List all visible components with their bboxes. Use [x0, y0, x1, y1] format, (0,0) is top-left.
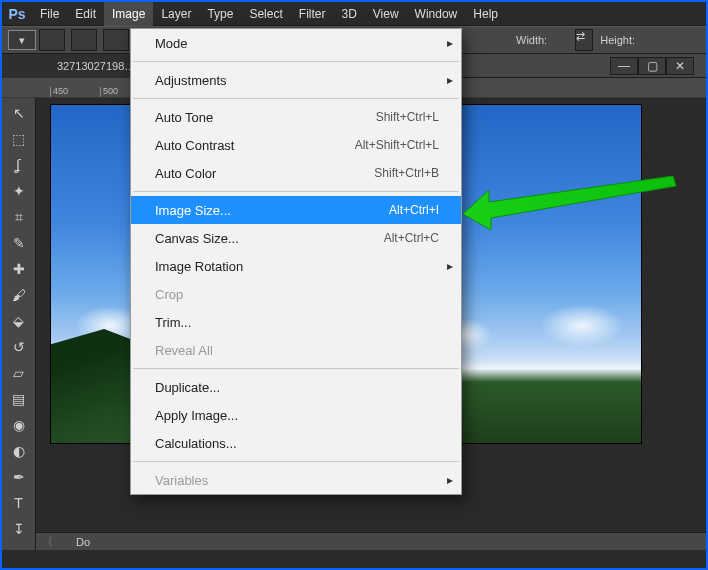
status-bar: ⟨ Do	[36, 532, 706, 550]
gradient-tool-icon[interactable]: ▤	[6, 388, 32, 410]
menuitem-label: Image Size...	[155, 203, 389, 218]
menuitem-label: Adjustments	[155, 73, 439, 88]
menu-window[interactable]: Window	[407, 2, 466, 26]
menuitem-shortcut: Alt+Ctrl+C	[384, 231, 439, 245]
menuitem-variables: Variables	[131, 466, 461, 494]
stamp-tool-icon[interactable]: ⬙	[6, 310, 32, 332]
marquee-sub-icon[interactable]	[103, 29, 129, 51]
menu-image[interactable]: Image	[104, 2, 153, 26]
history-tool-icon[interactable]: ↺	[6, 336, 32, 358]
wand-tool-icon[interactable]: ✦	[6, 180, 32, 202]
maximize-button[interactable]: ▢	[638, 57, 666, 75]
arrow-tool-icon[interactable]: ↧	[6, 518, 32, 540]
eraser-tool-icon[interactable]: ▱	[6, 362, 32, 384]
menu-separator	[133, 461, 459, 462]
crop-tool-icon[interactable]: ⌗	[6, 206, 32, 228]
menuitem-canvas-size[interactable]: Canvas Size...Alt+Ctrl+C	[131, 224, 461, 252]
menu-separator	[133, 191, 459, 192]
menuitem-shortcut: Shift+Ctrl+B	[374, 166, 439, 180]
menuitem-mode[interactable]: Mode	[131, 29, 461, 57]
menu-file[interactable]: File	[32, 2, 67, 26]
menuitem-label: Crop	[155, 287, 439, 302]
pen-tool-icon[interactable]: ✒	[6, 466, 32, 488]
menuitem-shortcut: Alt+Shift+Ctrl+L	[355, 138, 439, 152]
menuitem-auto-contrast[interactable]: Auto ContrastAlt+Shift+Ctrl+L	[131, 131, 461, 159]
menu-3d[interactable]: 3D	[333, 2, 364, 26]
menuitem-shortcut: Alt+Ctrl+I	[389, 203, 439, 217]
brush-tool-icon[interactable]: 🖌	[6, 284, 32, 306]
menuitem-shortcut: Shift+Ctrl+L	[376, 110, 439, 124]
menu-type[interactable]: Type	[199, 2, 241, 26]
tools-panel: ↖⬚ʆ✦⌗✎✚🖌⬙↺▱▤◉◐✒T↧	[2, 98, 36, 550]
swap-dims-icon[interactable]: ⇄	[575, 29, 593, 51]
menuitem-auto-tone[interactable]: Auto ToneShift+Ctrl+L	[131, 103, 461, 131]
menuitem-label: Reveal All	[155, 343, 439, 358]
image-menu-dropdown: ModeAdjustmentsAuto ToneShift+Ctrl+LAuto…	[130, 28, 462, 495]
minimize-button[interactable]: —	[610, 57, 638, 75]
menuitem-crop: Crop	[131, 280, 461, 308]
app-logo: Ps	[2, 2, 32, 26]
photoshop-window: Ps FileEditImageLayerTypeSelectFilter3DV…	[2, 2, 706, 568]
eyedropper-tool-icon[interactable]: ✎	[6, 232, 32, 254]
ruler-tick: 450	[50, 87, 100, 97]
menuitem-reveal-all: Reveal All	[131, 336, 461, 364]
tool-preset-icon[interactable]: ▾	[8, 30, 36, 50]
menuitem-adjustments[interactable]: Adjustments	[131, 66, 461, 94]
menuitem-image-rotation[interactable]: Image Rotation	[131, 252, 461, 280]
marquee-tool-icon[interactable]: ⬚	[6, 128, 32, 150]
status-text: Do	[76, 536, 90, 548]
menu-view[interactable]: View	[365, 2, 407, 26]
menuitem-auto-color[interactable]: Auto ColorShift+Ctrl+B	[131, 159, 461, 187]
menu-separator	[133, 61, 459, 62]
menu-edit[interactable]: Edit	[67, 2, 104, 26]
menuitem-duplicate[interactable]: Duplicate...	[131, 373, 461, 401]
menuitem-label: Image Rotation	[155, 259, 439, 274]
menu-filter[interactable]: Filter	[291, 2, 334, 26]
width-label: Width:	[516, 34, 547, 46]
height-label: Height:	[600, 34, 635, 46]
menubar: Ps FileEditImageLayerTypeSelectFilter3DV…	[2, 2, 706, 26]
menu-help[interactable]: Help	[465, 2, 506, 26]
menu-layer[interactable]: Layer	[153, 2, 199, 26]
menuitem-label: Duplicate...	[155, 380, 439, 395]
heal-tool-icon[interactable]: ✚	[6, 258, 32, 280]
menuitem-label: Auto Color	[155, 166, 374, 181]
blur-tool-icon[interactable]: ◉	[6, 414, 32, 436]
window-controls: — ▢ ✕	[610, 57, 694, 75]
menuitem-label: Mode	[155, 36, 439, 51]
document-tab-title: 32713027198…	[57, 60, 135, 72]
marquee-rect-icon[interactable]	[39, 29, 65, 51]
document-tab[interactable]: 32713027198…	[2, 54, 146, 78]
menu-separator	[133, 368, 459, 369]
menuitem-label: Trim...	[155, 315, 439, 330]
type-tool-icon[interactable]: T	[6, 492, 32, 514]
marquee-add-icon[interactable]	[71, 29, 97, 51]
menuitem-label: Variables	[155, 473, 439, 488]
menuitem-label: Calculations...	[155, 436, 439, 451]
menuitem-trim[interactable]: Trim...	[131, 308, 461, 336]
move-tool-icon[interactable]: ↖	[6, 102, 32, 124]
menuitem-image-size[interactable]: Image Size...Alt+Ctrl+I	[131, 196, 461, 224]
menuitem-label: Canvas Size...	[155, 231, 384, 246]
menuitem-label: Apply Image...	[155, 408, 439, 423]
menuitem-label: Auto Contrast	[155, 138, 355, 153]
close-button[interactable]: ✕	[666, 57, 694, 75]
dodge-tool-icon[interactable]: ◐	[6, 440, 32, 462]
menuitem-calculations[interactable]: Calculations...	[131, 429, 461, 457]
menuitem-label: Auto Tone	[155, 110, 376, 125]
menu-select[interactable]: Select	[241, 2, 290, 26]
menu-separator	[133, 98, 459, 99]
lasso-tool-icon[interactable]: ʆ	[6, 154, 32, 176]
menuitem-apply-image[interactable]: Apply Image...	[131, 401, 461, 429]
